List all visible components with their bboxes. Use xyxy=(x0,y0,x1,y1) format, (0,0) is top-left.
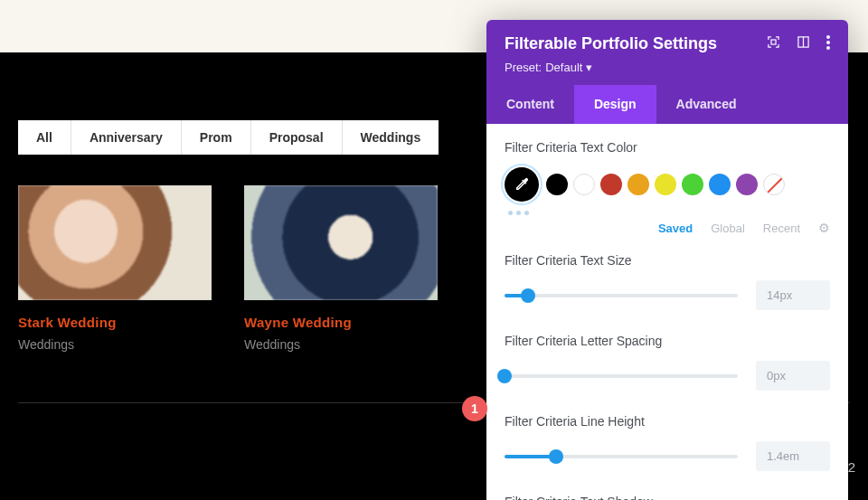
color-swatch[interactable] xyxy=(682,174,703,195)
tab-content[interactable]: Content xyxy=(486,85,574,124)
svg-rect-0 xyxy=(771,40,776,44)
menu-icon[interactable] xyxy=(826,35,830,53)
settings-panel: Filterable Portfolio Settings Preset: De… xyxy=(486,20,848,500)
pagination-current[interactable]: 2 xyxy=(848,459,855,475)
label-letter-spacing: Filter Criteria Letter Spacing xyxy=(505,334,830,348)
color-swatch[interactable] xyxy=(573,174,595,195)
label-text-size: Filter Criteria Text Size xyxy=(505,253,830,268)
panel-header[interactable]: Filterable Portfolio Settings Preset: De… xyxy=(486,20,848,85)
filter-tab-proposal[interactable]: Proposal xyxy=(251,120,343,155)
slider-text-size[interactable] xyxy=(505,294,738,297)
portfolio-title[interactable]: Stark Wedding xyxy=(18,315,212,330)
portfolio-thumbnail[interactable] xyxy=(18,185,212,300)
columns-icon[interactable] xyxy=(797,35,810,52)
value-text-size[interactable]: 14px xyxy=(756,280,830,310)
portfolio-item[interactable]: Stark Wedding Weddings xyxy=(18,185,212,352)
svg-point-3 xyxy=(826,35,830,39)
chevron-down-icon: ▾ xyxy=(586,61,592,74)
preset-label: Preset: xyxy=(505,61,542,74)
preset-value: Default xyxy=(545,61,582,74)
expand-icon[interactable] xyxy=(767,35,780,52)
preset-selector[interactable]: Preset: Default ▾ xyxy=(505,61,830,74)
color-swatch-none[interactable] xyxy=(763,174,785,195)
portfolio-item[interactable]: Wayne Wedding Weddings xyxy=(244,185,438,352)
more-dots-icon[interactable] xyxy=(508,211,830,215)
slider-line-height[interactable] xyxy=(505,455,738,458)
palette-recent[interactable]: Recent xyxy=(763,222,800,235)
color-swatch[interactable] xyxy=(736,174,758,195)
svg-point-5 xyxy=(826,46,830,50)
value-letter-spacing[interactable]: 0px xyxy=(756,361,830,391)
color-swatch[interactable] xyxy=(627,174,649,195)
filter-tab-all[interactable]: All xyxy=(18,120,71,155)
label-text-color: Filter Criteria Text Color xyxy=(505,140,830,155)
tab-advanced[interactable]: Advanced xyxy=(656,85,757,124)
portfolio-category[interactable]: Weddings xyxy=(18,337,212,352)
filter-tab-anniversary[interactable]: Anniversary xyxy=(71,120,182,155)
slider-thumb[interactable] xyxy=(549,449,563,464)
label-line-height: Filter Criteria Line Height xyxy=(505,414,830,429)
filter-tab-prom[interactable]: Prom xyxy=(182,120,251,155)
palette-global[interactable]: Global xyxy=(711,222,745,235)
panel-tabs: Content Design Advanced xyxy=(486,85,848,124)
color-swatches xyxy=(505,167,830,202)
gear-icon[interactable]: ⚙ xyxy=(818,221,830,235)
label-text-shadow: Filter Criteria Text Shadow xyxy=(505,495,830,500)
slider-thumb[interactable] xyxy=(521,288,535,303)
panel-title: Filterable Portfolio Settings xyxy=(505,34,717,53)
color-swatch[interactable] xyxy=(709,174,731,195)
svg-point-4 xyxy=(826,41,830,44)
annotation-badge: 1 xyxy=(462,396,487,421)
portfolio-thumbnail[interactable] xyxy=(244,185,438,300)
eyedropper-swatch[interactable] xyxy=(505,167,539,202)
value-line-height[interactable]: 1.4em xyxy=(756,441,830,471)
color-swatch[interactable] xyxy=(600,174,622,195)
color-swatch[interactable] xyxy=(655,174,676,195)
slider-thumb[interactable] xyxy=(497,369,512,383)
palette-saved[interactable]: Saved xyxy=(658,222,693,235)
filter-tab-weddings[interactable]: Weddings xyxy=(343,120,439,155)
portfolio-category[interactable]: Weddings xyxy=(244,337,438,352)
color-swatch[interactable] xyxy=(546,174,568,195)
tab-design[interactable]: Design xyxy=(574,85,656,124)
portfolio-title[interactable]: Wayne Wedding xyxy=(244,315,438,330)
slider-letter-spacing[interactable] xyxy=(505,374,738,378)
